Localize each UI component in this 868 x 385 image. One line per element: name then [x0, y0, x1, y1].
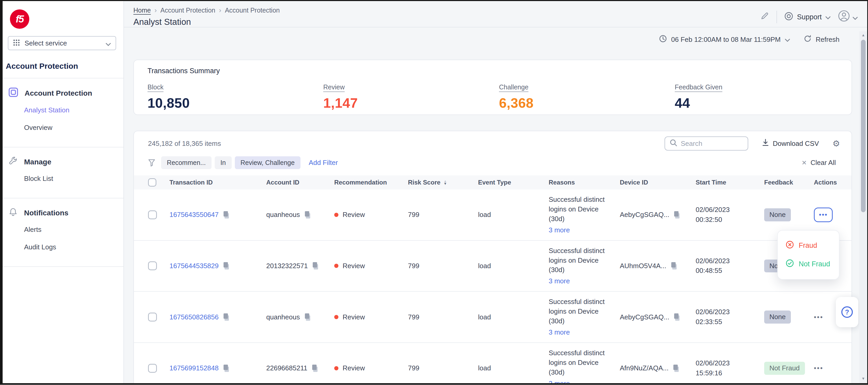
copy-icon[interactable]: [674, 313, 680, 321]
chevron-down-icon: [785, 36, 790, 44]
scrollbar-down-arrow[interactable]: ▼: [859, 375, 867, 382]
more-reasons-link[interactable]: 3 more: [549, 379, 613, 385]
copy-icon[interactable]: [312, 262, 319, 270]
copy-icon[interactable]: [671, 262, 677, 270]
apps-grid-icon: [13, 38, 20, 48]
device-id: AUhmO5V4A...: [620, 262, 666, 270]
filter-field-chip[interactable]: Recommen...: [161, 156, 212, 169]
scrollbar-track[interactable]: ▼: [859, 39, 867, 383]
column-header-recommendation[interactable]: Recommendation: [334, 179, 408, 186]
copy-icon[interactable]: [311, 364, 318, 372]
menu-item-fraud[interactable]: Fraud: [778, 236, 839, 255]
refresh-button[interactable]: Refresh: [804, 35, 839, 44]
circle-check-icon: [786, 259, 794, 269]
row-checkbox[interactable]: [148, 313, 157, 321]
copy-icon[interactable]: [223, 313, 229, 321]
row-checkbox[interactable]: [148, 211, 157, 219]
breadcrumb-title-block: Home › Account Protection › Account Prot…: [133, 6, 280, 27]
column-header-device-id[interactable]: Device ID: [620, 179, 696, 186]
more-reasons-link[interactable]: 3 more: [549, 276, 613, 286]
review-status-dot: [334, 264, 338, 268]
search-input[interactable]: [681, 139, 743, 148]
copy-icon[interactable]: [673, 364, 679, 372]
column-header-reasons[interactable]: Reasons: [549, 179, 620, 186]
sidebar-item-analyst-station[interactable]: Analyst Station: [3, 101, 123, 119]
column-header-account-id[interactable]: Account ID: [266, 179, 334, 186]
event-type: load: [478, 211, 549, 219]
column-header-event-type[interactable]: Event Type: [478, 179, 549, 186]
filter-bar: Recommen... In Review, Challenge Add Fil…: [134, 156, 851, 169]
breadcrumb-home-link[interactable]: Home: [133, 6, 151, 14]
column-header-transaction-id[interactable]: Transaction ID: [169, 179, 266, 186]
chevron-down-icon: [825, 13, 831, 21]
account-protection-icon: [8, 87, 18, 99]
gear-icon[interactable]: ⚙: [832, 139, 840, 148]
funnel-icon: [148, 159, 155, 167]
nav-header-manage: Manage: [3, 154, 123, 170]
download-csv-button[interactable]: Download CSV: [762, 139, 819, 149]
row-actions-button[interactable]: •••: [814, 207, 833, 222]
copy-icon[interactable]: [223, 262, 229, 270]
metric-label[interactable]: Feedback Given: [675, 84, 722, 91]
row-actions-button[interactable]: •••: [814, 313, 823, 321]
feedback-badge: None: [764, 208, 791, 221]
sidebar-item-alerts[interactable]: Alerts: [3, 221, 123, 238]
row-checkbox[interactable]: [148, 364, 157, 373]
select-all-checkbox[interactable]: [148, 178, 156, 187]
transaction-id-link[interactable]: 1675644535829: [169, 262, 219, 270]
column-header-risk-score[interactable]: Risk Score ▲▼: [408, 179, 478, 186]
transactions-table-card: 245,182 of 18,365 items Download CSV ⚙: [133, 131, 852, 385]
help-button[interactable]: ?: [836, 297, 858, 327]
download-icon: [762, 139, 769, 149]
close-icon: ✕: [802, 159, 807, 166]
copy-icon[interactable]: [304, 313, 311, 321]
account-id: 22696685211: [266, 364, 307, 372]
sidebar-item-overview[interactable]: Overview: [3, 119, 123, 136]
column-header-feedback[interactable]: Feedback: [764, 179, 814, 186]
transaction-id-link[interactable]: 1675699152848: [169, 364, 219, 372]
sidebar-item-audit-logs[interactable]: Audit Logs: [3, 238, 123, 256]
more-reasons-link[interactable]: 3 more: [549, 327, 613, 337]
copy-icon[interactable]: [674, 211, 680, 219]
copy-icon[interactable]: [223, 364, 229, 372]
more-reasons-link[interactable]: 3 more: [549, 225, 613, 235]
row-actions-button[interactable]: •••: [814, 364, 823, 372]
top-right-controls: Support: [760, 10, 858, 24]
add-filter-link[interactable]: Add Filter: [309, 159, 338, 167]
user-account-menu[interactable]: [838, 10, 858, 24]
clock-icon: [659, 35, 667, 44]
date-range-picker[interactable]: 06 Feb 12:00AM to 08 Mar 11:59PM: [659, 35, 790, 44]
clear-all-button[interactable]: ✕ Clear All: [802, 159, 836, 167]
copy-icon[interactable]: [223, 211, 229, 219]
metric-label[interactable]: Block: [148, 84, 163, 91]
metric-value: 10,850: [148, 95, 323, 111]
start-date: 02/06/2023: [696, 307, 759, 317]
transaction-id-link[interactable]: 1675643550647: [169, 211, 219, 219]
pencil-icon[interactable]: [760, 11, 769, 23]
filter-value-chip[interactable]: Review, Challenge: [235, 156, 301, 169]
nav-header-label: Manage: [24, 158, 51, 166]
support-menu[interactable]: Support: [784, 12, 831, 23]
metric-label[interactable]: Challenge: [499, 84, 529, 91]
clear-all-label: Clear All: [810, 159, 836, 167]
menu-item-label: Fraud: [799, 242, 817, 250]
table-header-row: Transaction ID Account ID Recommendation…: [134, 175, 851, 190]
scrollbar-up-arrow[interactable]: ▲: [862, 31, 865, 39]
sort-icon[interactable]: ▲▼: [443, 180, 447, 185]
recommendation: Review: [343, 364, 365, 372]
menu-item-not-fraud[interactable]: Not Fraud: [778, 255, 839, 274]
transaction-id-link[interactable]: 1675650826856: [169, 313, 219, 321]
metric-feedback-given: Feedback Given 44: [675, 82, 850, 111]
nav-header-label: Notifications: [24, 209, 68, 217]
sidebar-item-block-list[interactable]: Block List: [3, 170, 123, 187]
filter-operator-chip[interactable]: In: [215, 156, 232, 169]
scrollbar-thumb[interactable]: [861, 40, 866, 212]
select-service-dropdown[interactable]: Select service: [8, 36, 116, 50]
row-checkbox[interactable]: [148, 261, 157, 270]
column-header-start-time[interactable]: Start Time: [696, 179, 764, 186]
copy-icon[interactable]: [304, 211, 311, 219]
column-header-actions[interactable]: Actions: [814, 179, 852, 186]
metric-label[interactable]: Review: [323, 84, 345, 91]
risk-score: 799: [408, 364, 478, 372]
vertical-scrollbar[interactable]: ▲ ▼: [859, 31, 867, 383]
